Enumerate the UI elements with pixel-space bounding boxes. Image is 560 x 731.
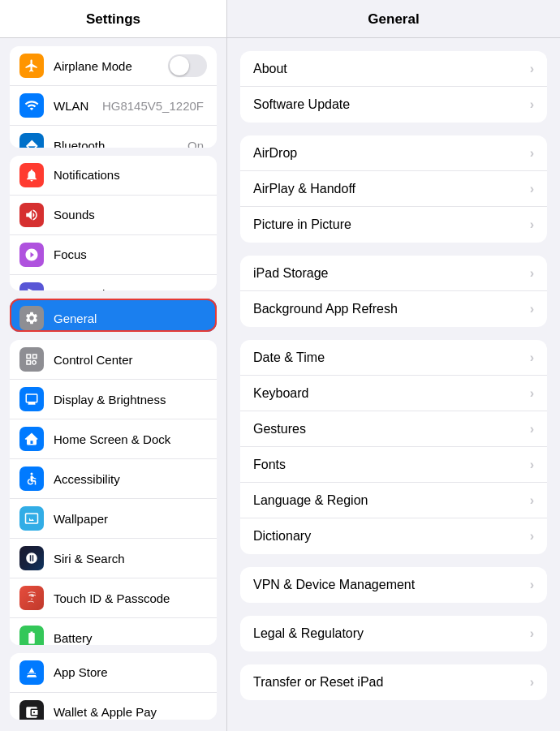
keyboard-label: Keyboard	[253, 386, 530, 401]
wlan-label: WLAN	[54, 99, 102, 113]
chevron-icon: ›	[530, 386, 534, 401]
panel-item-date-time[interactable]: Date & Time ›	[240, 340, 547, 376]
panel-item-keyboard[interactable]: Keyboard ›	[240, 376, 547, 411]
chevron-icon: ›	[530, 493, 534, 508]
airdrop-label: AirDrop	[253, 146, 530, 161]
sidebar-item-siri[interactable]: Siri & Search	[10, 539, 217, 578]
control-center-label: Control Center	[54, 353, 207, 367]
screen-time-label: Screen Time	[54, 287, 207, 290]
sidebar-item-wallet[interactable]: Wallet & Apple Pay	[10, 693, 217, 720]
sidebar-item-home-screen[interactable]: Home Screen & Dock	[10, 419, 217, 459]
main-panel: General About › Software Update › AirDro…	[227, 0, 560, 731]
chevron-icon: ›	[530, 266, 534, 281]
battery-label: Battery	[54, 631, 207, 645]
date-time-label: Date & Time	[253, 350, 530, 365]
general-label: General	[54, 312, 207, 325]
panel-group-transfer: Transfer or Reset iPad ›	[240, 664, 547, 700]
panel-item-about[interactable]: About ›	[240, 51, 547, 87]
sidebar-item-accessibility[interactable]: Accessibility	[10, 459, 217, 499]
battery-icon	[19, 626, 44, 645]
sidebar-item-display[interactable]: Display & Brightness	[10, 380, 217, 419]
sidebar-group-general: General	[10, 299, 217, 332]
panel-item-airplay[interactable]: AirPlay & Handoff ›	[240, 171, 547, 207]
sidebar-item-app-store[interactable]: App Store	[10, 653, 217, 693]
notifications-label: Notifications	[54, 168, 207, 182]
panel-item-transfer[interactable]: Transfer or Reset iPad ›	[240, 664, 547, 700]
sidebar-item-touch-id[interactable]: Touch ID & Passcode	[10, 578, 217, 618]
accessibility-icon	[19, 467, 44, 491]
sidebar-item-notifications[interactable]: Notifications	[10, 156, 217, 196]
sidebar-item-airplane-mode[interactable]: Airplane Mode	[10, 46, 217, 86]
panel-item-ipad-storage[interactable]: iPad Storage ›	[240, 256, 547, 291]
vpn-label: VPN & Device Management	[253, 578, 530, 592]
wallpaper-icon	[19, 506, 44, 531]
sidebar-item-focus[interactable]: Focus	[10, 235, 217, 275]
about-label: About	[253, 62, 530, 76]
panel-group-locale: Date & Time › Keyboard › Gestures › Font…	[240, 340, 547, 554]
touch-id-label: Touch ID & Passcode	[54, 591, 207, 605]
software-update-label: Software Update	[253, 97, 530, 112]
sidebar-group-connectivity: Airplane Mode WLAN HG8145V5_1220F ⬘ Blue…	[10, 46, 217, 148]
sidebar-item-wlan[interactable]: WLAN HG8145V5_1220F	[10, 86, 217, 126]
panel-item-language[interactable]: Language & Region ›	[240, 483, 547, 518]
bluetooth-label: Bluetooth	[54, 139, 187, 148]
focus-label: Focus	[54, 247, 207, 261]
sidebar-item-wallpaper[interactable]: Wallpaper	[10, 499, 217, 539]
panel-item-airdrop[interactable]: AirDrop ›	[240, 135, 547, 171]
airplane-mode-toggle[interactable]	[168, 54, 207, 77]
wallpaper-label: Wallpaper	[54, 512, 207, 526]
chevron-icon: ›	[530, 302, 534, 316]
panel-item-gestures[interactable]: Gestures ›	[240, 411, 547, 447]
svg-point-0	[31, 473, 33, 475]
chevron-icon: ›	[530, 578, 534, 592]
chevron-icon: ›	[530, 182, 534, 196]
sidebar-group-store: App Store Wallet & Apple Pay	[10, 653, 217, 720]
control-center-icon	[19, 347, 44, 372]
panel-group-legal: Legal & Regulatory ›	[240, 616, 547, 651]
home-screen-label: Home Screen & Dock	[54, 432, 207, 446]
sidebar-group-alerts: Notifications Sounds Focus Screen Time	[10, 156, 217, 290]
wlan-value: HG8145V5_1220F	[102, 99, 204, 113]
accessibility-label: Accessibility	[54, 472, 207, 486]
panel-item-fonts[interactable]: Fonts ›	[240, 447, 547, 483]
chevron-icon: ›	[530, 529, 534, 544]
panel-item-pip[interactable]: Picture in Picture ›	[240, 207, 547, 243]
fonts-label: Fonts	[253, 458, 530, 472]
dictionary-label: Dictionary	[253, 529, 530, 544]
touch-id-icon	[19, 586, 44, 610]
general-icon	[19, 306, 44, 330]
toggle-knob	[170, 56, 189, 75]
app-store-label: App Store	[54, 665, 207, 679]
sounds-icon	[19, 203, 44, 227]
display-label: Display & Brightness	[54, 393, 207, 406]
panel-item-vpn[interactable]: VPN & Device Management ›	[240, 567, 547, 603]
panel-group-about: About › Software Update ›	[240, 51, 547, 123]
panel-title: General	[227, 0, 560, 38]
sidebar: Settings Airplane Mode WLAN HG8145V5_122…	[0, 0, 227, 731]
panel-group-storage: iPad Storage › Background App Refresh ›	[240, 256, 547, 327]
chevron-icon: ›	[530, 350, 534, 365]
panel-item-software-update[interactable]: Software Update ›	[240, 87, 547, 123]
legal-label: Legal & Regulatory	[253, 626, 530, 641]
siri-label: Siri & Search	[54, 552, 207, 565]
sidebar-item-battery[interactable]: Battery	[10, 618, 217, 645]
sidebar-item-control-center[interactable]: Control Center	[10, 340, 217, 380]
chevron-icon: ›	[530, 97, 534, 112]
sidebar-item-screen-time[interactable]: Screen Time	[10, 275, 217, 290]
sidebar-item-bluetooth[interactable]: ⬘ Bluetooth On	[10, 126, 217, 148]
panel-item-legal[interactable]: Legal & Regulatory ›	[240, 616, 547, 651]
sounds-label: Sounds	[54, 208, 207, 221]
sidebar-item-sounds[interactable]: Sounds	[10, 196, 217, 235]
bluetooth-icon: ⬘	[19, 133, 44, 148]
chevron-icon: ›	[530, 626, 534, 641]
panel-item-dictionary[interactable]: Dictionary ›	[240, 518, 547, 554]
airplane-mode-icon	[19, 54, 44, 78]
gestures-label: Gestures	[253, 422, 530, 436]
airplay-label: AirPlay & Handoff	[253, 182, 530, 196]
chevron-icon: ›	[530, 146, 534, 161]
panel-item-background-refresh[interactable]: Background App Refresh ›	[240, 291, 547, 327]
chevron-icon: ›	[530, 62, 534, 76]
pip-label: Picture in Picture	[253, 217, 530, 232]
sidebar-item-general[interactable]: General	[10, 299, 217, 332]
chevron-icon: ›	[530, 217, 534, 232]
